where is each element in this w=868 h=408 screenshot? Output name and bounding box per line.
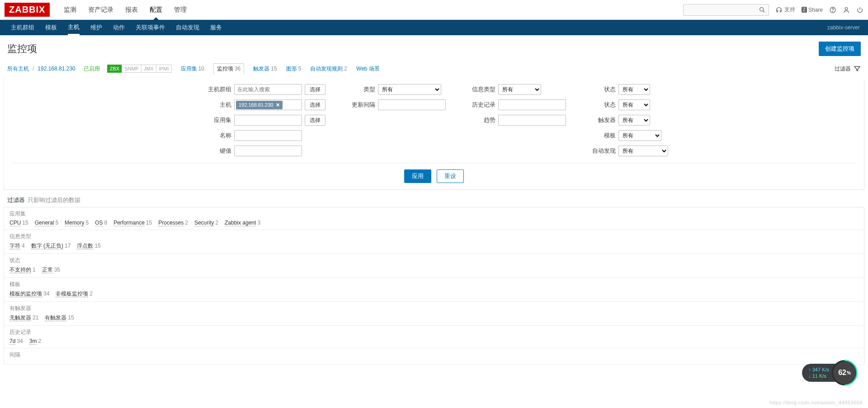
input-hostgroup[interactable] [234,84,302,95]
gauge-icon: 62% [832,360,857,365]
btn-select-host[interactable]: 选择 [305,99,326,110]
select-infotype[interactable]: 所有 [498,84,541,95]
subfilter-item[interactable]: CPU15 [9,220,28,226]
subfilter-link[interactable]: 3m [29,338,37,345]
link-host-ip[interactable]: 192.168.81.230 [38,66,75,72]
input-trend[interactable] [498,115,566,126]
subfilter-item[interactable]: General5 [35,220,58,226]
btn-select-appset[interactable]: 选择 [305,115,326,126]
input-appset[interactable] [234,115,302,126]
topnav-item-4[interactable]: 管理 [174,6,187,14]
select-template[interactable]: 所有 [618,130,661,141]
subnav-item-3[interactable]: 维护 [90,23,102,32]
select-discovery[interactable]: 所有 [618,145,668,156]
subfilter-link[interactable]: 数字 (无正负) [31,243,63,249]
subfilter-item[interactable]: OS8 [95,220,107,226]
select-type[interactable]: 所有 [378,84,441,95]
input-history[interactable] [498,99,566,110]
subfilter-item[interactable]: 正常35 [42,267,60,273]
reset-button[interactable]: 重设 [437,169,464,183]
subfilter-link[interactable]: 7d [9,338,15,345]
tab-items[interactable]: 监控项36 [213,63,244,74]
subfilter-label: 历史记录 [9,328,859,336]
subfilter-item[interactable]: 模板的监控项34 [9,291,49,297]
input-name[interactable] [234,130,302,141]
subfilter-link[interactable]: 模板的监控项 [9,291,42,297]
user-icon[interactable] [843,6,850,14]
select-trigger[interactable]: 所有 [618,115,650,126]
subfilter-link[interactable]: OS [95,220,103,226]
power-icon[interactable] [856,6,863,14]
topnav-item-1[interactable]: 资产记录 [88,6,113,14]
tab-discovery[interactable]: 自动发现规则2 [310,65,347,73]
topnav-item-0[interactable]: 监测 [64,6,76,14]
subfilter-link[interactable]: 不支持的 [9,267,31,273]
subfilter-link[interactable]: 浮点数 [77,243,93,249]
subfilter-item[interactable]: Security2 [194,220,218,226]
tab-appset[interactable]: 应用集10 [181,65,204,73]
subfilter-link[interactable]: CPU [9,220,21,226]
topnav-item-2[interactable]: 报表 [125,6,138,14]
subnav-item-7[interactable]: 服务 [210,23,222,32]
subfilter-link[interactable]: 无触发器 [9,314,31,321]
subfilter-link[interactable]: 字符 [9,243,20,249]
help-icon[interactable] [829,6,836,14]
subfilter-item[interactable]: 3m2 [29,338,41,344]
subfilter-item[interactable]: 不支持的1 [9,267,36,273]
subfilter-link[interactable]: 有触发器 [45,314,66,321]
input-host-wrap[interactable]: 192.168.81.230✕ [234,99,302,110]
subfilter-item[interactable]: Performance15 [113,220,152,226]
select-state[interactable]: 所有 [618,84,650,95]
label-state: 状态 [584,85,616,94]
support-link[interactable]: 支持 [775,6,795,14]
subfilter-link[interactable]: General [35,220,54,226]
subfilter-link[interactable]: Zabbix agent [225,220,256,226]
input-key[interactable] [234,145,302,156]
subnav-item-1[interactable]: 模板 [45,23,57,32]
label-history: 历史记录 [464,101,495,109]
subfilter-link[interactable]: 非模板监控项 [56,291,88,297]
subfilter-item[interactable]: 非模板监控项2 [56,291,93,297]
apply-button[interactable]: 应用 [404,169,431,183]
subfilter-link[interactable]: Processes [158,220,184,226]
subfilter-item[interactable]: 数字 (无正负)17 [31,243,71,249]
subfilter-item[interactable]: 字符4 [9,243,25,249]
subfilter-link[interactable]: Memory [65,220,84,226]
select-status[interactable]: 所有 [618,99,650,110]
subfilter-count: 2 [215,220,218,226]
global-search[interactable] [683,4,769,16]
subfilter-link[interactable]: 正常 [42,267,53,273]
share-link[interactable]: Z Share [802,7,823,13]
host-tag[interactable]: 192.168.81.230✕ [236,101,283,109]
subnav-item-6[interactable]: 自动发现 [176,23,199,32]
subfilter-item[interactable]: 无触发器21 [9,314,38,321]
tab-graphs[interactable]: 图形5 [286,65,302,73]
svg-line-1 [763,10,765,12]
btn-select-hostgroup[interactable]: 选择 [305,84,326,95]
subfilter-item[interactable]: 7d34 [9,338,23,344]
logo[interactable]: ZABBIX [5,3,50,17]
input-interval[interactable] [378,99,446,110]
close-icon[interactable]: ✕ [276,102,280,108]
subfilter-item[interactable]: Memory5 [65,220,89,226]
filter-toggle[interactable]: 过滤器 [835,65,861,73]
topnav-item-3[interactable]: 配置 [150,6,162,14]
headset-icon [775,6,783,14]
create-item-button[interactable]: 创建监控项 [819,42,861,56]
subfilter-count: 3 [257,220,260,226]
subnav-item-4[interactable]: 动作 [113,23,125,32]
subfilter-item[interactable]: Zabbix agent3 [225,220,260,226]
subnav-item-0[interactable]: 主机群组 [11,23,34,32]
tab-triggers[interactable]: 触发器15 [253,65,277,73]
subfilter-item[interactable]: 浮点数15 [77,243,100,249]
top-right: 支持 Z Share [683,4,863,16]
subnav-item-2[interactable]: 主机 [68,23,80,35]
subfilter-item[interactable]: Processes2 [158,220,188,226]
search-input[interactable] [686,7,759,13]
subfilter-item[interactable]: 有触发器15 [45,314,74,321]
subfilter-link[interactable]: Security [194,220,214,226]
subnav-item-5[interactable]: 关联项事件 [136,23,165,32]
subfilter-link[interactable]: Performance [113,220,145,226]
link-all-hosts[interactable]: 所有主机 [7,65,29,73]
tab-web[interactable]: Web 场景 [356,65,380,73]
